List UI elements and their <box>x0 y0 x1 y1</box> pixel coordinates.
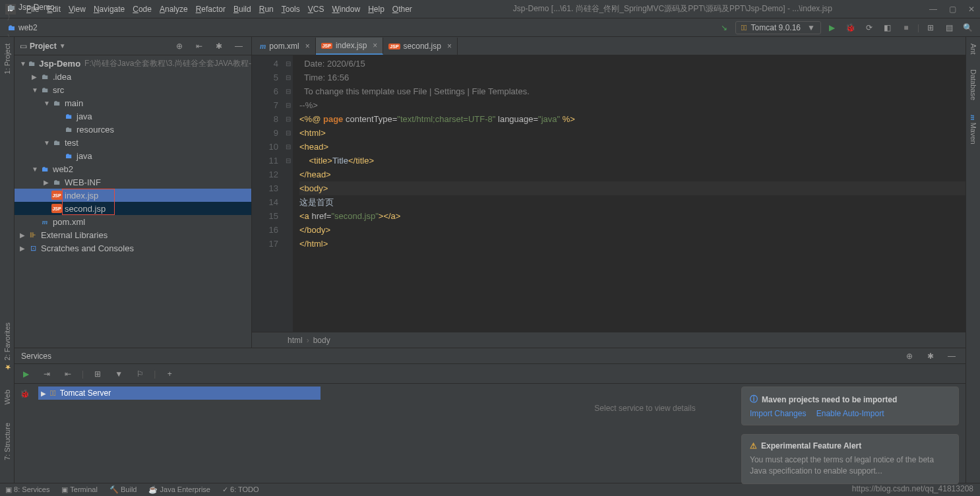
menu-tools[interactable]: Tools <box>278 5 304 14</box>
tool-tab-favorites[interactable]: ★ 2: Favorites <box>3 320 11 374</box>
editor-area: mpom.xml×JSPindex.jsp×JSPsecond.jsp× 456… <box>252 37 965 483</box>
tree-node-src[interactable]: ▼🖿src <box>15 83 251 96</box>
tree-node-java[interactable]: 🖿java <box>15 149 251 162</box>
services-title: Services <box>21 352 51 361</box>
code-content[interactable]: Date: 2020/6/15 Time: 16:56 To change th… <box>293 55 965 332</box>
build-icon[interactable]: ↘ <box>717 20 731 35</box>
breadcrumb-item[interactable]: 🖿Jsp-Demo <box>5 3 57 12</box>
line-numbers: 4567891011121314151617 <box>252 55 284 332</box>
tree-node-test[interactable]: ▼🖿test <box>15 136 251 149</box>
menu-build[interactable]: Build <box>230 5 255 14</box>
status-item[interactable]: ☕ Java Enterprise <box>148 485 210 494</box>
editor-tab-pom-xml[interactable]: mpom.xml× <box>255 38 316 55</box>
update-button[interactable]: ⊞ <box>923 20 938 35</box>
tree-node-web-inf[interactable]: ▶🖿WEB-INF <box>15 175 251 189</box>
locate-icon[interactable]: ⊕ <box>172 39 187 53</box>
hide-icon[interactable]: — <box>231 39 246 53</box>
run-button[interactable]: ▶ <box>825 20 840 35</box>
menu-analyze[interactable]: Analyze <box>156 5 192 14</box>
services-tree-item[interactable]: ▶ ▸⃝ Tomcat Server <box>38 387 321 400</box>
profile-button[interactable]: ◧ <box>880 20 895 35</box>
services-panel: Services ⊕ ✱ — ▶ ⇥ ⇤ | ⊞ ▼ ⚐ | + <box>15 348 965 483</box>
structure-button[interactable]: ▤ <box>942 20 956 35</box>
tree-node--idea[interactable]: ▶🖿.idea <box>15 70 251 83</box>
menu-refactor[interactable]: Refactor <box>192 5 230 14</box>
menu-help[interactable]: Help <box>364 5 388 14</box>
chevron-down-icon: ▼ <box>807 23 815 32</box>
tool-tab-structure[interactable]: 7: Structure <box>3 420 11 463</box>
breadcrumb-item[interactable]: 🖿web2 <box>5 23 57 32</box>
editor-tab-index-jsp[interactable]: JSPindex.jsp× <box>316 38 384 55</box>
menu-window[interactable]: Window <box>328 5 364 14</box>
status-item[interactable]: ▣ Terminal <box>61 485 97 494</box>
left-tool-gutter: 1: Project ★ 2: Favorites Web 7: Structu… <box>0 37 15 483</box>
svc-filter-icon[interactable]: ▼ <box>111 367 126 381</box>
svc-tree-icon[interactable]: ⇥ <box>40 367 54 381</box>
project-panel-title: Project <box>30 42 57 51</box>
tree-node-index-jsp[interactable]: JSPindex.jsp <box>15 189 251 202</box>
tree-node-web2[interactable]: ▼🖿web2 <box>15 162 251 175</box>
fold-gutter[interactable]: ⊟⊟⊟⊟⊟⊟⊟⊟ <box>284 55 293 332</box>
tree-node-scratches-and-consoles[interactable]: ▶⊡Scratches and Consoles <box>15 241 251 255</box>
services-locate-icon[interactable]: ⊕ <box>902 349 917 363</box>
close-icon[interactable]: × <box>447 42 452 51</box>
navigation-bar: 🖿Jsp-Demo〉🖿web2〉JSPindex.jsp ↘ ▸⃝ Tomcat… <box>0 18 980 37</box>
status-item[interactable]: ✓ 6: TODO <box>222 485 259 494</box>
tree-node-pom-xml[interactable]: mpom.xml <box>15 215 251 228</box>
coverage-button[interactable]: ⟳ <box>862 20 876 35</box>
tree-node-resources[interactable]: 🖿resources <box>15 123 251 136</box>
editor-tab-second-jsp[interactable]: JSPsecond.jsp× <box>383 38 458 55</box>
tool-tab-maven[interactable]: m Maven <box>969 112 977 147</box>
svc-grid-icon[interactable]: ⊞ <box>90 367 105 381</box>
tree-node-external-libraries[interactable]: ▶⊪External Libraries <box>15 228 251 241</box>
breadcrumb-html[interactable]: html <box>284 336 307 345</box>
search-everywhere-icon[interactable]: 🔍 <box>960 20 975 35</box>
tool-tab-ant[interactable]: Ant <box>969 41 977 57</box>
maximize-icon[interactable]: ▢ <box>949 5 956 14</box>
hide-icon[interactable]: — <box>944 349 959 363</box>
link-import-changes[interactable]: Import Changes <box>750 409 806 418</box>
services-tree[interactable]: ▶ ▸⃝ Tomcat Server <box>34 384 324 483</box>
tool-tab-web[interactable]: Web <box>3 387 11 407</box>
tree-node-jsp-demo[interactable]: ▼🖿Jsp-DemoF:\尚硅谷Java全套教程\3.尚硅谷全套JAVA教程- <box>15 57 251 70</box>
tool-tab-database[interactable]: Database <box>969 67 977 103</box>
tree-node-second-jsp[interactable]: JSPsecond.jsp <box>15 202 251 215</box>
run-configuration-selector[interactable]: ▸⃝ Tomcat 9.0.16 ▼ <box>735 21 821 34</box>
svc-expand-icon[interactable]: ⇤ <box>61 367 75 381</box>
close-icon[interactable]: × <box>305 42 310 51</box>
right-tool-gutter: Ant Database m Maven <box>965 37 980 483</box>
link-enable-autoimport[interactable]: Enable Auto-Import <box>816 409 884 418</box>
svc-run-icon[interactable]: ▶ <box>18 367 33 381</box>
chevron-down-icon[interactable]: ▼ <box>59 42 66 49</box>
tree-node-main[interactable]: ▼🖿main <box>15 96 251 109</box>
status-item[interactable]: ▣ 8: Services <box>5 485 49 494</box>
run-config-label: Tomcat 9.0.16 <box>751 23 801 32</box>
menu-other[interactable]: Other <box>388 5 416 14</box>
breadcrumb-body[interactable]: body <box>309 336 334 345</box>
tree-node-java[interactable]: 🖿java <box>15 109 251 123</box>
info-icon: ⓘ <box>750 394 758 405</box>
close-icon[interactable]: × <box>373 41 377 50</box>
stop-button[interactable]: ■ <box>899 20 913 35</box>
collapse-icon[interactable]: ⇤ <box>192 39 206 53</box>
svc-bug-icon[interactable]: 🐞 <box>17 387 32 401</box>
gear-icon[interactable]: ✱ <box>923 349 938 363</box>
menu-code[interactable]: Code <box>129 5 156 14</box>
menu-vcs[interactable]: VCS <box>304 5 328 14</box>
close-icon[interactable]: ✕ <box>968 5 975 14</box>
svc-add-icon[interactable]: + <box>162 367 177 381</box>
menu-run[interactable]: Run <box>255 5 278 14</box>
menu-view[interactable]: View <box>65 5 90 14</box>
svc-tag-icon[interactable]: ⚐ <box>133 367 147 381</box>
project-view-icon: ▭ <box>20 42 27 51</box>
minimize-icon[interactable]: — <box>929 5 937 14</box>
tomcat-icon: ▸⃝ <box>741 23 747 32</box>
services-placeholder: Select service to view details <box>594 404 695 413</box>
settings-icon[interactable]: ✱ <box>212 39 226 53</box>
status-item[interactable]: 🔨 Build <box>109 485 137 494</box>
tool-tab-project[interactable]: 1: Project <box>3 41 11 77</box>
debug-button[interactable]: 🐞 <box>843 20 858 35</box>
editor-body[interactable]: 4567891011121314151617 ⊟⊟⊟⊟⊟⊟⊟⊟ Date: 20… <box>252 55 965 332</box>
notification-experimental: ⚠Experimental Feature Alert You must acc… <box>741 434 959 484</box>
menu-navigate[interactable]: Navigate <box>90 5 129 14</box>
